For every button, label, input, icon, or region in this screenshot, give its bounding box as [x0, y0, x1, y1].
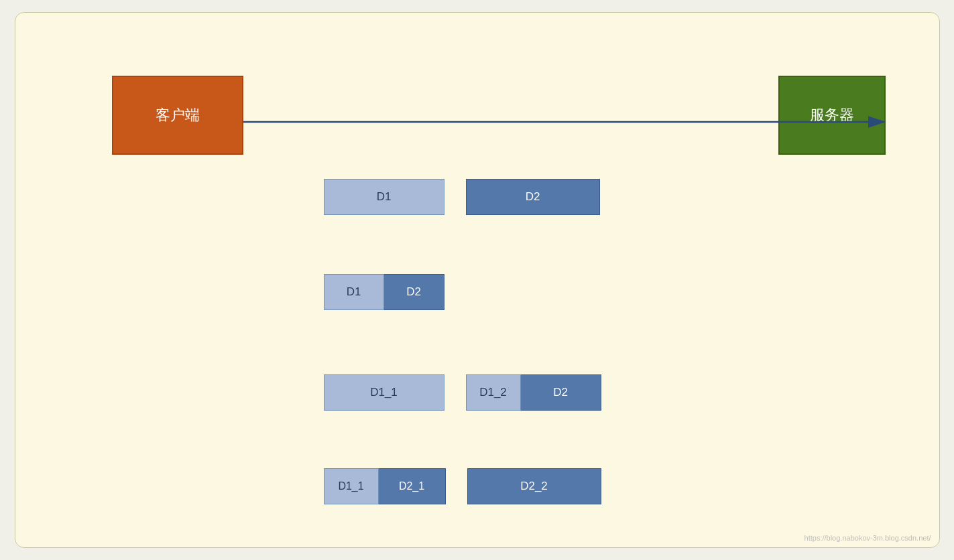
arrow-svg — [243, 115, 886, 129]
arrow-line — [243, 115, 886, 117]
row3-d11-label: D1_1 — [370, 386, 398, 399]
row2-d2-block: D2 — [384, 274, 444, 310]
row4-combined-left: D1_1 D2_1 — [324, 468, 446, 504]
row2-d1-label: D1 — [347, 285, 361, 299]
main-canvas: 客户端 服务器 D1 D2 D1 D2 — [15, 12, 940, 548]
row1-d1-block: D1 — [324, 179, 444, 215]
row3-d2-label: D2 — [553, 386, 568, 399]
watermark: https://blog.nabokov-3m.blog.csdn.net/ — [804, 534, 931, 542]
row1-group: D1 D2 — [324, 179, 600, 215]
row1-d2-block: D2 — [466, 179, 600, 215]
row3-group: D1_1 D1_2 D2 — [324, 374, 601, 411]
client-box: 客户端 — [112, 76, 243, 155]
row1-d2-label: D2 — [526, 190, 540, 204]
row4-d21-block: D2_1 — [379, 468, 446, 504]
row2-group: D1 D2 — [324, 274, 444, 310]
row3-d11-block: D1_1 — [324, 374, 444, 411]
row2-d2-label: D2 — [406, 285, 421, 299]
row3-d12-block: D1_2 — [466, 374, 521, 411]
row4-d21-label: D2_1 — [399, 480, 424, 492]
row4-d22-block: D2_2 — [467, 468, 601, 504]
client-label: 客户端 — [156, 105, 200, 125]
row2-d1-block: D1 — [324, 274, 384, 310]
row4-d11-label: D1_1 — [338, 480, 363, 492]
row4-d22-label: D2_2 — [520, 480, 548, 493]
row3-d12-label: D1_2 — [479, 386, 507, 399]
row3-combined-right: D1_2 D2 — [466, 374, 601, 411]
row4-group: D1_1 D2_1 D2_2 — [324, 468, 601, 504]
row3-d2-block: D2 — [521, 374, 601, 411]
row4-d11-block: D1_1 — [324, 468, 379, 504]
row1-d1-label: D1 — [377, 190, 392, 204]
